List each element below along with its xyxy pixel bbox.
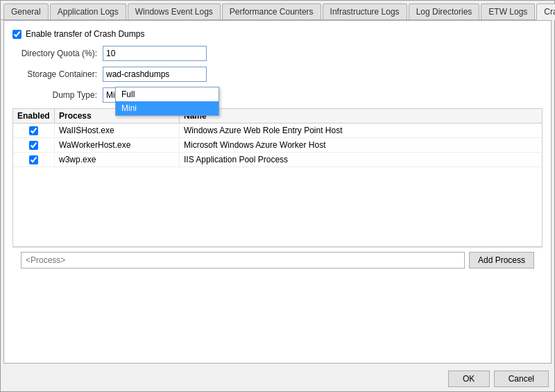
directory-quota-row: Directory Quota (%): <box>12 46 543 61</box>
table-row: WaWorkerHost.exe Microsoft Windows Azure… <box>13 138 542 153</box>
dropdown-option-full[interactable]: Full <box>116 87 219 101</box>
dump-type-dropdown: Full Mini <box>115 87 219 116</box>
table-header: Enabled Process Name <box>13 109 542 123</box>
col-header-name: Name <box>180 109 542 123</box>
row-0-checkbox[interactable] <box>29 126 38 135</box>
content-area: Enable transfer of Crash Dumps Directory… <box>3 20 552 364</box>
row-0-process: WaIISHost.exe <box>55 123 180 137</box>
ok-button[interactable]: OK <box>448 370 490 387</box>
col-header-enabled: Enabled <box>13 109 55 123</box>
row-1-name: Microsoft Windows Azure Worker Host <box>180 138 542 152</box>
row-2-enabled[interactable] <box>13 153 55 167</box>
storage-container-row: Storage Container: <box>12 67 543 82</box>
row-1-process: WaWorkerHost.exe <box>55 138 180 152</box>
enable-transfer-row: Enable transfer of Crash Dumps <box>12 29 543 39</box>
dump-type-label: Dump Type: <box>12 90 103 100</box>
tab-log-directories[interactable]: Log Directories <box>409 3 480 19</box>
tab-performance-counters[interactable]: Performance Counters <box>222 3 321 19</box>
process-table: Enabled Process Name WaIISHost.exe Windo… <box>12 108 543 247</box>
row-2-name: IIS Application Pool Process <box>180 153 542 167</box>
row-1-enabled[interactable] <box>13 139 55 152</box>
row-2-checkbox[interactable] <box>29 155 38 164</box>
directory-quota-input[interactable] <box>103 46 207 61</box>
row-2-process: w3wp.exe <box>55 153 180 167</box>
tab-crash-dumps[interactable]: Crash Dumps <box>536 3 555 20</box>
tab-bar: General Application Logs Windows Event L… <box>1 1 554 20</box>
dialog-footer: OK Cancel <box>1 366 554 391</box>
table-row: WaIISHost.exe Windows Azure Web Role Ent… <box>13 123 542 138</box>
table-row: w3wp.exe IIS Application Pool Process <box>13 153 542 167</box>
process-input[interactable] <box>21 252 465 269</box>
dump-type-row: Dump Type: Mini Full <box>12 87 543 103</box>
row-1-checkbox[interactable] <box>29 141 38 150</box>
crash-dumps-dialog: General Application Logs Windows Event L… <box>0 0 555 392</box>
storage-container-label: Storage Container: <box>12 69 103 79</box>
tab-etw-logs[interactable]: ETW Logs <box>481 3 535 19</box>
storage-container-input[interactable] <box>103 67 207 82</box>
enable-transfer-checkbox[interactable] <box>12 30 22 39</box>
enable-transfer-label: Enable transfer of Crash Dumps <box>26 29 144 39</box>
dropdown-option-mini[interactable]: Mini <box>116 101 219 115</box>
tab-infrastructure-logs[interactable]: Infrastructure Logs <box>323 3 407 19</box>
bottom-area: Add Process <box>12 247 543 273</box>
tab-application-logs[interactable]: Application Logs <box>50 3 126 19</box>
row-0-enabled[interactable] <box>13 124 55 137</box>
cancel-button[interactable]: Cancel <box>494 370 549 387</box>
tab-general[interactable]: General <box>3 3 49 19</box>
row-0-name: Windows Azure Web Role Entry Point Host <box>180 123 542 137</box>
tab-windows-event-logs[interactable]: Windows Event Logs <box>128 3 221 19</box>
add-process-button[interactable]: Add Process <box>469 252 534 269</box>
directory-quota-label: Directory Quota (%): <box>12 49 103 58</box>
